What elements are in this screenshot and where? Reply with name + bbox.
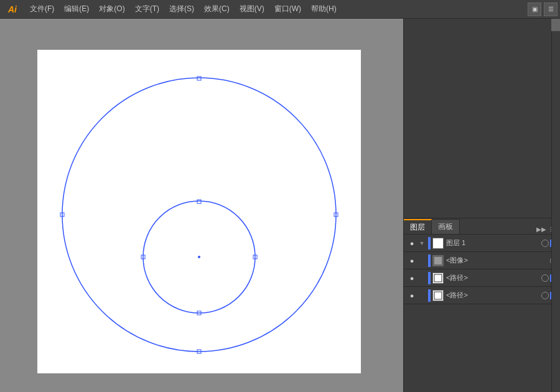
svg-rect-12: [434, 257, 442, 264]
menu-edit[interactable]: 编辑(E): [59, 1, 94, 17]
tab-layers[interactable]: 图层: [404, 219, 432, 234]
tab-boards[interactable]: 画板: [432, 219, 460, 234]
visibility-icon-path1[interactable]: ●: [406, 273, 418, 284]
window-icon[interactable]: ▣: [528, 2, 541, 16]
layer-circle-path2: [541, 292, 549, 299]
layer-row-path2[interactable]: ● <路径>: [404, 287, 560, 304]
app-logo: Ai: [2, 1, 22, 18]
canvas-area[interactable]: [0, 19, 403, 392]
visibility-icon-path2[interactable]: ●: [406, 290, 418, 301]
toolbar-icons: ▣ ☰: [528, 2, 558, 16]
layer-circle-1: [541, 240, 549, 247]
layer-name-1: 图层 1: [446, 238, 541, 248]
right-top-area: [403, 19, 560, 218]
menu-window[interactable]: 窗口(W): [269, 1, 306, 17]
menubar: Ai 文件(F) 编辑(E) 对象(O) 文字(T) 选择(S) 效果(C) 视…: [0, 0, 560, 19]
layer-row-path1[interactable]: ● <路径>: [404, 269, 560, 287]
panels-icon[interactable]: ☰: [544, 2, 558, 16]
layer-circle-path1: [541, 274, 549, 282]
layer-color-bar-image: [428, 254, 431, 267]
menu-help[interactable]: 帮助(H): [306, 1, 342, 17]
layer-thumbnail-1: [432, 238, 444, 249]
menu-object[interactable]: 对象(O): [94, 1, 129, 17]
scrollbar-track[interactable]: [551, 19, 560, 392]
menu-text[interactable]: 文字(T): [130, 1, 164, 17]
panel-tabs: 图层 画板 ▶▶ ☰: [404, 218, 560, 235]
layers-panel: 图层 画板 ▶▶ ☰ ● ▼ 图层 1: [403, 218, 560, 392]
layer-thumbnail-path2: [432, 290, 444, 301]
visibility-icon-layer1[interactable]: ●: [406, 238, 418, 249]
right-panel: 图层 画板 ▶▶ ☰ ● ▼ 图层 1: [403, 19, 560, 392]
main-layout: 图层 画板 ▶▶ ☰ ● ▼ 图层 1: [0, 19, 560, 392]
menu-effect[interactable]: 效果(C): [199, 1, 235, 17]
layer-row-image[interactable]: ● <图像>: [404, 252, 560, 269]
svg-rect-16: [434, 292, 442, 299]
visibility-icon-image[interactable]: ●: [406, 255, 418, 266]
layer-color-bar-1: [428, 237, 431, 250]
menu-view[interactable]: 视图(V): [235, 1, 269, 17]
expand-icon-layer1[interactable]: ▼: [418, 239, 426, 248]
layer-name-path1: <路径>: [446, 273, 541, 282]
layer-thumbnail-image: [432, 255, 444, 266]
layer-name-image: <图像>: [446, 256, 550, 265]
panel-menu-icon[interactable]: ▶▶: [536, 224, 546, 234]
menu-select[interactable]: 选择(S): [164, 1, 199, 17]
scrollbar-thumb[interactable]: [551, 19, 560, 31]
menu-file[interactable]: 文件(F): [25, 1, 59, 17]
artboard: [37, 50, 361, 373]
svg-rect-14: [434, 274, 442, 282]
layer-thumbnail-path1: [432, 273, 444, 284]
layer-color-bar-path1: [428, 272, 431, 284]
layer-row-1[interactable]: ● ▼ 图层 1: [404, 235, 560, 252]
layer-color-bar-path2: [428, 289, 431, 302]
layer-name-path2: <路径>: [446, 291, 541, 300]
